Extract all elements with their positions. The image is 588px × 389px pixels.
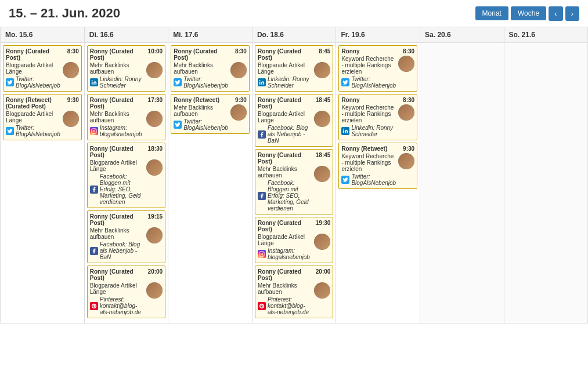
event-do-2-title: Ronny (Curated Post) (258, 97, 314, 110)
instagram-icon (258, 250, 266, 258)
event-do-2[interactable]: Ronny (Curated Post) 18:45 Blogparade Ar… (255, 94, 333, 147)
event-do-4-title: Ronny (Curated Post) (258, 220, 314, 232)
event-fr-2-social: Linkedin: Ronny Schneider (341, 125, 396, 137)
event-di-4-social-text: Facebook: Blog als Nebenjob - BaN (100, 241, 144, 260)
svg-point-0 (92, 80, 93, 81)
event-do-5-avatar (314, 282, 330, 299)
event-mi-1-title: Ronny (Curated Post) (174, 48, 233, 61)
event-do-5[interactable]: Ronny (Curated Post) 20:00 Mehr Backlink… (255, 266, 333, 318)
svg-point-7 (263, 252, 264, 253)
event-fr-2-title: Ronny (341, 97, 401, 103)
event-fr-1-text: Keyword Recherche - multiple Rankings er… (341, 56, 396, 75)
event-di-3-time: 18:30 (148, 146, 163, 152)
event-di-2-title: Ronny (Curated Post) (90, 97, 146, 110)
event-di-4-time: 19:15 (148, 213, 163, 220)
event-mo-1-title: Ronny (Curated Post) (6, 48, 66, 61)
event-di-1-title: Ronny (Curated Post) (90, 48, 146, 61)
twitter-icon (6, 78, 14, 86)
event-fr-2-social-text: Linkedin: Ronny Schneider (351, 125, 396, 137)
event-di-2[interactable]: Ronny (Curated Post) 17:30 Mehr Backlink… (87, 94, 165, 140)
event-di-1-social: Linkedin: Ronny Schneider (90, 76, 144, 89)
twitter-icon (6, 127, 14, 135)
twitter-icon (341, 78, 349, 86)
event-mi-2[interactable]: Ronny (Retweet) 9:30 Mehr Backlinks aufb… (171, 94, 250, 134)
col-sa (420, 43, 504, 323)
event-mi-1-text: Mehr Backlinks aufbauen (174, 62, 228, 75)
event-do-3-time: 18:45 (316, 152, 331, 158)
event-mi-1-social: Twitter: BlogAlsNebenjob (174, 76, 228, 89)
header-controls: Monat Woche ‹ › (475, 6, 579, 21)
event-di-2-social: Instagram: blogalsnebenjob (90, 125, 144, 137)
event-mo-1-text: Blogparade Artikel Länge (6, 62, 60, 75)
event-di-1[interactable]: Ronny (Curated Post) 10:00 Mehr Backlink… (87, 45, 165, 92)
event-do-3-social-text: Facebook: Bloggen mit Erfolg: SEO, Marke… (268, 180, 312, 212)
col-fr: Ronny 8:30 Keyword Recherche - multiple … (336, 43, 420, 323)
event-mi-2-title: Ronny (Retweet) (174, 97, 233, 103)
event-di-1-text: Mehr Backlinks aufbauen (90, 62, 144, 75)
col-header-so: So. 21.6 (504, 27, 587, 43)
event-di-5-social-text: Pinterest: kontakt@blog-als-nebenjob.de (100, 296, 144, 315)
event-mo-2-text: Blogparade Artikel Länge (6, 111, 60, 123)
event-fr-3-text: Keyword Recherche - multiple Rankings er… (341, 153, 396, 172)
monat-button[interactable]: Monat (475, 6, 508, 20)
event-mo-2-time: 9:30 (67, 97, 79, 103)
calendar-table: Mo. 15.6 Di. 16.6 Mi. 17.6 Do. 18.6 Fr. … (0, 27, 588, 323)
event-do-4-time: 19:30 (316, 220, 331, 226)
event-do-4-social: Instagram: blogalsnebenjob (258, 248, 312, 260)
event-mi-1[interactable]: Ronny (Curated Post) 8:30 Mehr Backlinks… (171, 45, 250, 92)
event-di-4-text: Mehr Backlinks aufbauen (90, 227, 144, 240)
event-do-3[interactable]: Ronny (Curated Post) 18:45 Mehr Backlink… (255, 149, 333, 215)
event-fr-1-social-text: Twitter: BlogAlsNebenjob (351, 76, 396, 89)
event-do-1-social-text: Linkedin: Ronny Schneider (268, 76, 312, 89)
event-do-4[interactable]: Ronny (Curated Post) 19:30 Blogparade Ar… (255, 217, 333, 263)
event-do-1-social: Linkedin: Ronny Schneider (258, 76, 312, 89)
event-fr-1-title: Ronny (341, 48, 401, 54)
event-di-5-time: 20:00 (148, 268, 163, 275)
event-do-1[interactable]: Ronny (Curated Post) 8:45 Blogparade Art… (255, 45, 333, 92)
event-do-2-avatar (314, 111, 330, 127)
event-mi-1-social-text: Twitter: BlogAlsNebenjob (183, 76, 228, 89)
col-header-sa: Sa. 20.6 (420, 27, 504, 43)
event-do-2-text: Blogparade Artikel Länge (258, 111, 312, 123)
calendar-header: 15. – 21. Jun. 2020 Monat Woche ‹ › (0, 0, 588, 27)
next-button[interactable]: › (565, 6, 579, 21)
event-fr-1-social: Twitter: BlogAlsNebenjob (341, 76, 396, 89)
event-fr-1[interactable]: Ronny 8:30 Keyword Recherche - multiple … (338, 45, 417, 92)
event-mi-1-time: 8:30 (235, 48, 247, 54)
event-fr-3[interactable]: Ronny (Retweet) 9:30 Keyword Recherche -… (338, 143, 417, 189)
event-fr-2[interactable]: Ronny 8:30 Keyword Recherche - multiple … (338, 94, 417, 140)
event-do-5-time: 20:00 (316, 268, 331, 275)
event-do-2-social-text: Facebook: Blog als Nebenjob - BaN (268, 125, 312, 144)
event-do-1-avatar (314, 62, 330, 78)
col-di: Ronny (Curated Post) 10:00 Mehr Backlink… (84, 43, 168, 323)
col-header-fr: Fr. 19.6 (336, 27, 420, 43)
event-fr-1-avatar (398, 56, 414, 72)
col-header-di: Di. 16.6 (84, 27, 168, 43)
svg-point-4 (259, 80, 261, 81)
twitter-icon (174, 78, 182, 86)
event-mi-2-social-text: Twitter: BlogAlsNebenjob (183, 118, 228, 131)
event-fr-2-time: 8:30 (403, 97, 414, 103)
event-do-5-title: Ronny (Curated Post) (258, 268, 314, 281)
col-header-do: Do. 18.6 (252, 27, 336, 43)
facebook-icon (90, 247, 98, 255)
event-di-3-social-text: Facebook: Bloggen mit Erfolg: SEO, Marke… (100, 173, 144, 205)
event-di-4-social: Facebook: Blog als Nebenjob - BaN (90, 241, 144, 260)
col-header-mi: Mi. 17.6 (168, 27, 252, 43)
event-mi-2-text: Mehr Backlinks aufbauen (174, 104, 228, 117)
event-mi-2-avatar (230, 104, 247, 121)
col-so (504, 43, 587, 323)
woche-button[interactable]: Woche (511, 6, 546, 20)
event-mi-1-avatar (230, 62, 247, 78)
prev-button[interactable]: ‹ (549, 6, 562, 21)
event-di-5[interactable]: Ronny (Curated Post) 20:00 Blogparade Ar… (87, 266, 165, 318)
event-mo-2-avatar (63, 111, 79, 127)
week-title: 15. – 21. Jun. 2020 (9, 6, 120, 21)
event-fr-2-text: Keyword Recherche - multiple Rankings er… (341, 104, 396, 123)
linkedin-icon (90, 78, 98, 86)
event-mo-2[interactable]: Ronny (Retweet) (Curated Post) 9:30 Blog… (3, 94, 82, 140)
event-mo-1[interactable]: Ronny (Curated Post) 8:30 Blogparade Art… (3, 45, 82, 92)
event-di-3[interactable]: Ronny (Curated Post) 18:30 Blogparade Ar… (87, 143, 165, 208)
event-di-2-time: 17:30 (148, 97, 163, 103)
event-di-4[interactable]: Ronny (Curated Post) 19:15 Mehr Backlink… (87, 210, 165, 263)
